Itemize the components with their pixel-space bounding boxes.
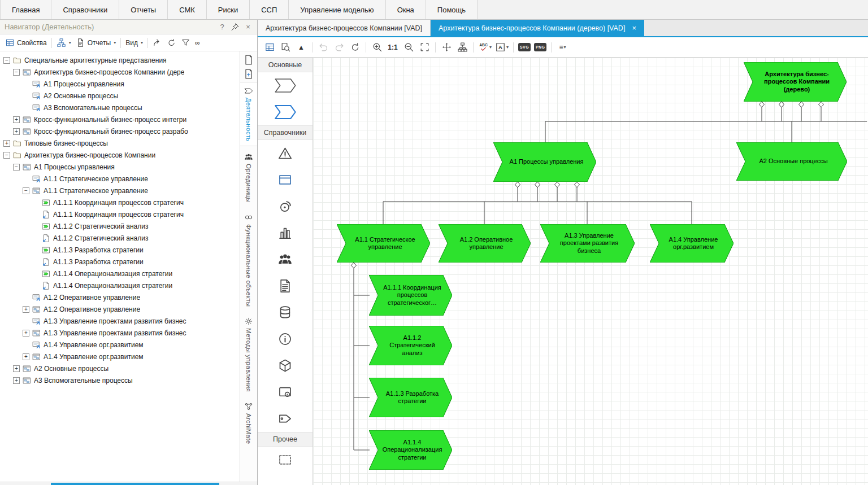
tree-item[interactable]: А1.1.1 Координация процессов стратегич (0, 208, 240, 220)
orgchart-button[interactable]: ▾ (54, 36, 73, 49)
zoom-out-button[interactable] (401, 40, 416, 55)
find-on-diagram-button[interactable] (278, 40, 293, 55)
palette-item[interactable] (258, 246, 313, 273)
palette-item[interactable] (258, 140, 313, 167)
navigator-hscrollbar[interactable] (0, 482, 257, 485)
side-tab-Методы управления[interactable]: Методы управления (240, 313, 257, 396)
help-icon[interactable]: ? (218, 23, 227, 32)
properties-button[interactable]: Свойства (3, 36, 49, 49)
process-shape-a1-1-3[interactable]: А1.1.3 Разработка стратегии (369, 378, 452, 417)
palette-item[interactable] (258, 352, 313, 379)
expand-expander[interactable]: + (3, 140, 10, 147)
process-shape-root[interactable]: Архитектура бизнес-процессов Компании (д… (744, 62, 847, 102)
expand-expander[interactable]: + (23, 353, 29, 360)
tree-item[interactable]: А3 Вспомогательные процессы (0, 102, 240, 113)
side-tab-Функциональные объекты[interactable]: Функциональные объекты (240, 209, 257, 311)
collapse-palette-button[interactable]: ▲ (294, 40, 309, 55)
fit-screen-button[interactable] (417, 40, 432, 55)
tree-item[interactable]: А1.1.2 Стратегический анализ (0, 232, 240, 244)
palette-item[interactable] (258, 447, 313, 473)
tree-item[interactable]: +А1.3 Управление проектами развития бизн… (0, 327, 240, 339)
reports-button[interactable]: Отчеты▾ (73, 36, 119, 49)
diagram-list-button[interactable] (243, 54, 254, 65)
diagram-canvas[interactable]: Архитектура бизнес-процессов Компании (д… (313, 58, 868, 485)
font-button[interactable]: A▾ (494, 40, 510, 55)
expand-expander[interactable]: + (23, 330, 29, 337)
zoom-in-button[interactable] (370, 40, 384, 55)
palette-item[interactable] (258, 379, 313, 405)
tree-item[interactable]: −А1.1 Стратегическое управление (0, 185, 240, 196)
tree-item[interactable]: А2 Основные процессы (0, 90, 240, 102)
tree-item[interactable]: А1.1.1 Координация процессов стратегич (0, 196, 240, 208)
tree-item[interactable]: А1.1.3 Разработка стратегии (0, 244, 240, 256)
process-shape-a1-4[interactable]: А1.4 Управление орг.развитием (650, 224, 734, 263)
palette-item[interactable] (258, 273, 313, 299)
link-button[interactable]: ∞ (193, 37, 202, 49)
close-icon[interactable]: × (632, 24, 636, 32)
palette-item[interactable] (258, 299, 313, 326)
collapse-expander[interactable]: − (23, 187, 29, 194)
menu-item[interactable]: Справочники (51, 0, 119, 19)
expand-expander[interactable]: + (13, 377, 20, 384)
zoom-100-button[interactable]: 1:1 (385, 40, 400, 55)
tree-item[interactable]: А1 Процессы управления (0, 78, 240, 90)
process-shape-a1-1-4[interactable]: А1.1.4 Операционализация стратегии (369, 430, 452, 470)
menu-item[interactable]: Управление моделью (289, 0, 385, 19)
tree-item[interactable]: А1.4 Управление орг.развитием (0, 339, 240, 351)
tree-item[interactable]: А1.1.2 Стратегический анализ (0, 220, 240, 232)
tree-item[interactable]: +А1.2 Оперативное управление (0, 303, 240, 315)
tree-item[interactable]: +А3 Вспомогательные процессы (0, 374, 240, 386)
process-shape-a1-2[interactable]: А1.2 Оперативное управление (439, 224, 531, 263)
tree-item[interactable]: −Архитектура бизнес-процессов Компании (… (0, 66, 240, 78)
menu-item[interactable]: ССП (250, 0, 289, 19)
document-tab[interactable]: Архитектура бизнес-процессов Компании [V… (258, 20, 431, 36)
process-shape-a1-1-2[interactable]: А1.1.2 Стратегический анализ (369, 326, 452, 365)
palette-item[interactable] (258, 405, 313, 432)
menu-item[interactable]: Риски (207, 0, 250, 19)
tree-item[interactable]: +А2 Основные процессы (0, 362, 240, 374)
refresh-button[interactable] (348, 40, 362, 55)
view-button[interactable]: Вид▾ (123, 37, 145, 49)
collapse-expander[interactable]: − (3, 152, 10, 159)
palette-item[interactable] (258, 167, 313, 193)
pan-button[interactable] (439, 40, 454, 55)
expand-expander[interactable]: + (23, 306, 29, 313)
menu-item[interactable]: СМК (168, 0, 207, 19)
redo-button[interactable] (332, 40, 346, 55)
menu-item[interactable]: Помощь (426, 0, 478, 19)
tree-item[interactable]: А1.1.4 Операционализация стратегии (0, 279, 240, 291)
process-shape-a1-3[interactable]: А1.3 Управление проектами развития бизне… (540, 224, 635, 263)
menu-item[interactable]: Отчеты (119, 0, 168, 19)
hierarchy-button[interactable] (455, 40, 470, 55)
collapse-expander[interactable]: − (13, 69, 20, 76)
undo-button[interactable] (316, 40, 331, 55)
tree-item[interactable]: −Специальные архитектурные представления (0, 54, 240, 66)
process-shape-a2[interactable]: А2 Основные процессы (736, 142, 847, 181)
close-icon[interactable]: × (244, 23, 253, 32)
tree-item[interactable]: А1.1.4 Операционализация стратегии (0, 268, 240, 279)
pin-icon[interactable] (231, 23, 240, 32)
tree-item[interactable]: А1.2 Оперативное управление (0, 291, 240, 303)
menu-button[interactable]: ≡▾ (555, 40, 570, 55)
grid-properties-button[interactable] (262, 40, 277, 55)
process-shape-a1[interactable]: А1 Процессы управления (493, 142, 596, 182)
collapse-expander[interactable]: − (13, 164, 20, 171)
tree-item[interactable]: −А1 Процессы управления (0, 161, 240, 173)
side-tab-Деятельность[interactable]: Деятельность (240, 82, 257, 146)
filter-button[interactable] (179, 36, 193, 49)
jump-button[interactable] (150, 36, 164, 49)
palette-item[interactable] (258, 326, 313, 352)
refresh-button[interactable] (164, 36, 179, 49)
tree-item[interactable]: +А1.4 Управление орг.развитием (0, 351, 240, 362)
expand-expander[interactable]: + (13, 365, 20, 372)
palette-item[interactable] (258, 99, 313, 125)
menu-item[interactable]: Главная (0, 0, 51, 19)
process-shape-a1-1-1[interactable]: А1.1.1 Координация процессов стратегичес… (369, 275, 452, 316)
document-tab[interactable]: Архитектура бизнес-процессов Компании (д… (431, 20, 644, 36)
side-tab-ArchiMate[interactable]: ArchiMate (240, 398, 257, 448)
expand-expander[interactable]: + (13, 116, 20, 123)
tree-item[interactable]: −Архитектура бизнес-процессов Компании (0, 149, 240, 161)
export-png-button[interactable]: PNG (533, 40, 548, 55)
tree-item[interactable]: +Типовые бизнес-процессы (0, 137, 240, 149)
spellcheck-button[interactable]: ABC▾ (477, 40, 493, 55)
